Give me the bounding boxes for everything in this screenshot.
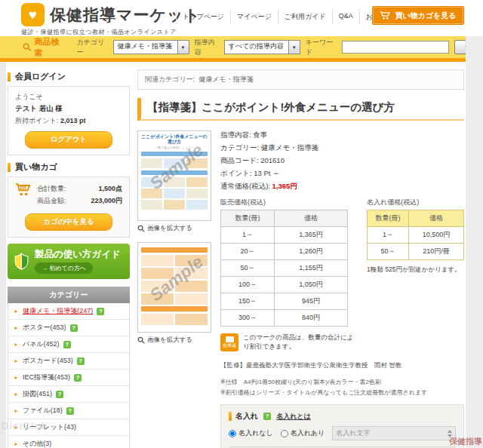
spinner-icon bbox=[448, 430, 452, 437]
product-search-bar: 商品検索 カテゴリー 健康メモ・指導箋 ▼ 指導内容 すべての指導内容 ▼ キー… bbox=[0, 36, 483, 58]
related-category-link[interactable]: 健康メモ・指導箋 bbox=[198, 75, 253, 84]
column-header-qty: 数量(冊) bbox=[368, 210, 409, 227]
enlarge-image-label: 画像を拡大する bbox=[147, 224, 192, 233]
related-category-label: 関連カテゴリー: bbox=[145, 75, 195, 84]
qty-cell: 50～ bbox=[368, 244, 409, 260]
breadcrumb: 関連カテゴリー: 健康メモ・指導箋 bbox=[137, 69, 464, 90]
info-label: 指導内容: bbox=[220, 130, 251, 139]
usage-guide-banner[interactable]: 製品の使い方ガイド → 初めての方へ bbox=[8, 244, 130, 279]
magnifier-icon bbox=[137, 336, 145, 344]
naire-yes-option[interactable]: 名入れあり bbox=[281, 428, 325, 438]
guide-banner-link[interactable]: → 初めての方へ bbox=[35, 262, 93, 274]
keyword-label: キーワード bbox=[306, 38, 337, 57]
guidance-select[interactable]: すべての指導内容 ▼ bbox=[224, 40, 300, 54]
category-label: パネル(452) bbox=[23, 339, 60, 349]
naire-none-radio[interactable] bbox=[229, 430, 236, 437]
sidebar-item-kakezu[interactable]: ► 掛図(451) ? bbox=[8, 386, 129, 403]
welcome-text: ようこそ bbox=[15, 92, 122, 102]
qty-cell: 1～ bbox=[221, 227, 275, 244]
sidebar-item-poster[interactable]: ► ポスター(453) ? bbox=[8, 320, 129, 336]
enlarge-image-link-back[interactable]: 画像を拡大する bbox=[137, 336, 211, 345]
enlarge-image-link-front[interactable]: 画像を拡大する bbox=[137, 224, 211, 233]
qty-cell: 50～ bbox=[221, 260, 275, 277]
question-icon[interactable]: ? bbox=[70, 324, 78, 332]
naire-placeholder: 名入れ文字 bbox=[336, 428, 370, 438]
question-icon[interactable]: ? bbox=[263, 413, 271, 420]
question-icon[interactable]: ? bbox=[66, 407, 74, 415]
heading-bar bbox=[229, 412, 232, 421]
price-cell: 840円 bbox=[275, 310, 348, 327]
sidebar-item-iec[interactable]: ► IEC指導箋(453) ? bbox=[8, 370, 129, 386]
spec-notes: ※仕様 A4判/1冊50枚綴り(天のり製本)/表カラー・裏2色刷 ※割引価格はシ… bbox=[220, 377, 464, 397]
question-icon[interactable]: ? bbox=[63, 341, 71, 348]
info-price: 通常価格(税込): 1,365円 bbox=[220, 182, 464, 192]
nav-item-qa[interactable]: Q&A bbox=[332, 10, 359, 24]
guidance-select-label: 指導内容 bbox=[195, 38, 219, 57]
cart-qty-line: 合計数量: 1,500点 bbox=[37, 184, 122, 194]
nav-item-guide[interactable]: ご利用ガイド bbox=[278, 10, 332, 24]
search-section-title: 商品検索 bbox=[23, 36, 64, 59]
category-select[interactable]: 健康メモ・指導箋 ▼ bbox=[113, 40, 189, 54]
category-select-value: 健康メモ・指導箋 bbox=[114, 41, 177, 54]
sidebar-item-panel[interactable]: ► パネル(452) ? bbox=[8, 336, 129, 353]
sidebar-item-kenkomemo[interactable]: ► 健康メモ・指導箋(247) ? bbox=[8, 303, 129, 320]
nav-item-top[interactable]: トップページ bbox=[176, 10, 230, 24]
triangle-arrow-icon: ► bbox=[14, 375, 19, 380]
naire-price-table: 数量(冊) 価格 1～ 10,500円 bbox=[367, 210, 464, 260]
cart-amount-line: 商品金額: 223,000円 bbox=[37, 196, 122, 206]
search-section-label: 商品検索 bbox=[35, 36, 64, 59]
qty-cell: 20～ bbox=[221, 244, 275, 260]
sales-price-block: 販売価格(税込) 数量(冊) 価格 bbox=[220, 198, 355, 351]
view-cart-label: 買い物カゴを見る bbox=[395, 11, 456, 21]
naire-help-link[interactable]: 名入れとは bbox=[276, 412, 311, 422]
naire-text-input[interactable]: 名入れ文字 bbox=[332, 426, 456, 440]
sidebar-item-other[interactable]: ► その他(3) bbox=[8, 436, 129, 448]
table-row: 100～ 1,050円 bbox=[221, 277, 348, 293]
sidebar-item-postcard[interactable]: ► ポスカード(453) ? bbox=[8, 353, 129, 370]
qty-cell: 1～ bbox=[368, 227, 409, 244]
triangle-arrow-icon: ► bbox=[14, 391, 19, 397]
product-thumbnail-back[interactable]: Sample bbox=[137, 242, 211, 333]
spec-note-line: ※割引価格はシリーズ・タイトルが異なってもご注文総冊数が適用されます bbox=[220, 388, 464, 398]
login-title-label: 会員ログイン bbox=[15, 71, 66, 82]
info-label: 商品コード: bbox=[220, 156, 259, 164]
sidebar-item-file[interactable]: ► ファイル(18) ? bbox=[8, 403, 129, 419]
cart-qty-value: 1,500点 bbox=[98, 184, 122, 194]
view-cart-contents-button[interactable]: カゴの中を見る bbox=[25, 213, 112, 231]
sidebar-item-leaflet[interactable]: ► リーフレット(43) bbox=[8, 419, 129, 436]
badge-label: 指導箋 bbox=[223, 343, 236, 348]
price-cell: 1,155円 bbox=[275, 260, 348, 277]
category-label: その他(3) bbox=[23, 439, 51, 448]
categories-header: カテゴリー bbox=[8, 287, 130, 303]
site-logo[interactable]: ♥ 保健指導マーケット 健診・保健指導に役立つ教材・備品オンラインストア bbox=[21, 3, 201, 36]
naire-none-option[interactable]: 名入れなし bbox=[229, 428, 273, 438]
enlarge-image-label: 画像を拡大する bbox=[147, 336, 192, 345]
product-info-column: 指導内容: 食事 カテゴリー: 健康メモ・指導箋 商品コード: 201610 ポ… bbox=[220, 130, 464, 448]
cart-amount-value: 223,000円 bbox=[91, 196, 122, 206]
info-value: 13 Pt ～ bbox=[254, 169, 279, 177]
question-icon[interactable]: ? bbox=[97, 308, 104, 315]
naire-extra-note: 1種類 525円が別途かかります。 bbox=[367, 265, 464, 275]
product-thumbnail-front[interactable]: ここがポイント!外食メニューの選び方 ～賢く選んだ献立にしよう～ Sample bbox=[137, 130, 211, 221]
beginner-icon bbox=[14, 252, 29, 271]
table-row: 1～ 1,365円 bbox=[221, 227, 348, 244]
points-value: 2,013 pt bbox=[60, 117, 86, 124]
nav-item-mypage[interactable]: マイページ bbox=[230, 10, 278, 24]
naire-price-title: 名入れ価格(税込) bbox=[367, 198, 464, 207]
triangle-arrow-icon: ► bbox=[14, 325, 19, 330]
keyword-input[interactable] bbox=[342, 41, 449, 54]
question-icon[interactable]: ? bbox=[77, 357, 85, 365]
question-icon[interactable]: ? bbox=[74, 374, 82, 382]
sales-price-title: 販売価格(税込) bbox=[220, 198, 355, 207]
site-tagline: 健診・保健指導に役立つ教材・備品オンラインストア bbox=[21, 28, 201, 36]
naire-price-block: 名入れ価格(税込) 数量(冊) 価格 bbox=[367, 198, 464, 351]
categories-list: ► 健康メモ・指導箋(247) ? ► ポスター(453) ? ► パネル(45… bbox=[8, 303, 130, 448]
logout-button[interactable]: ログアウト bbox=[25, 131, 112, 149]
question-icon[interactable]: ? bbox=[56, 391, 63, 398]
naire-yes-radio[interactable] bbox=[281, 430, 288, 437]
cart-section-title: 買い物カゴ bbox=[8, 161, 130, 173]
thumbnail-title: ここがポイント!外食メニューの選び方 bbox=[141, 134, 208, 145]
page-gutter-left bbox=[0, 62, 6, 448]
cart-qty-label: 合計数量: bbox=[37, 184, 66, 194]
view-cart-button[interactable]: 買い物カゴを見る bbox=[372, 6, 464, 25]
